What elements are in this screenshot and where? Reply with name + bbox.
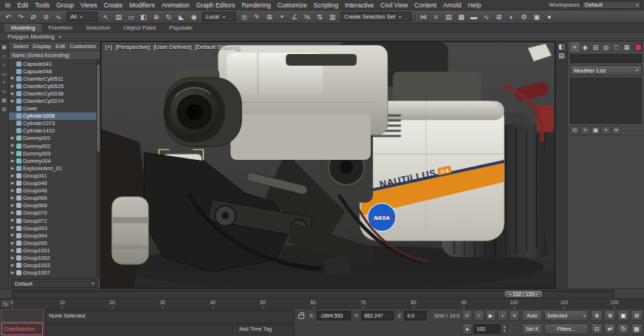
expand-arrow-icon[interactable]: ▶: [10, 136, 15, 141]
show-end-result-icon[interactable]: ≈: [580, 126, 590, 135]
display-spacewarps-toggle-icon[interactable]: ∿: [2, 89, 7, 94]
make-unique-icon[interactable]: ▣: [591, 126, 600, 135]
object-name-field[interactable]: [570, 54, 642, 63]
frame-spinner[interactable]: ▴ ▾: [502, 323, 507, 335]
expand-arrow-icon[interactable]: ▶: [10, 174, 15, 178]
listener-field[interactable]: ClearSelection: [1, 323, 43, 335]
material-editor-icon[interactable]: ◐: [506, 11, 517, 22]
expand-arrow-icon[interactable]: ▶: [10, 92, 15, 96]
angle-snap-icon[interactable]: ∠: [289, 11, 301, 22]
zoom-icon[interactable]: ⊕: [591, 310, 603, 321]
selection-lock-icon[interactable]: [298, 315, 304, 319]
Group068[interactable]: ▶ Group068: [9, 202, 100, 209]
application-menu-icon[interactable]: ▤: [3, 1, 13, 9]
viewport-user-menu[interactable]: [User Defined]: [153, 44, 191, 50]
configure-modifier-sets-icon[interactable]: ≡: [611, 126, 621, 135]
viewport-canvas[interactable]: NAUTILLUS G-9 NASA: [101, 42, 554, 288]
percent-snap-icon[interactable]: %: [301, 11, 313, 22]
spinner-snap-icon[interactable]: ⇅: [314, 11, 326, 22]
motion-tab-icon[interactable]: ◎: [601, 42, 611, 52]
Group1001[interactable]: ▶ Group1001: [9, 246, 100, 254]
explorer-preset-dropdown[interactable]: Default ▾: [11, 279, 98, 288]
Group046[interactable]: ▶ Group046: [9, 180, 100, 187]
menu-item[interactable]: Scripting: [310, 1, 341, 9]
hierarchy-tab-icon[interactable]: ⊟: [591, 42, 600, 52]
add-viewport-layout-icon[interactable]: ▤: [558, 53, 565, 58]
expand-arrow-icon[interactable]: ▶: [10, 256, 15, 261]
auto-key-button[interactable]: Auto: [522, 310, 543, 321]
display-shapes-toggle-icon[interactable]: ◇: [2, 53, 6, 58]
Cover[interactable]: ▶ Cover: [9, 105, 100, 112]
snap-toggle-icon[interactable]: ⌖: [276, 11, 288, 22]
named-selection-set-dropdown[interactable]: Create Selection Set ▾: [341, 12, 412, 21]
ribbon-tab[interactable]: Freeform: [41, 24, 78, 32]
select-object-icon[interactable]: ↖: [100, 11, 112, 22]
render-setup-icon[interactable]: ⚙: [518, 11, 530, 22]
Group066[interactable]: ▶ Group066: [9, 195, 100, 202]
Dummy004[interactable]: ▶ Dummy004: [9, 157, 100, 164]
bind-to-space-warp-icon[interactable]: ∿: [53, 11, 64, 22]
ribbon-tab[interactable]: Modeling: [4, 24, 41, 32]
viewport-pov-menu[interactable]: [Perspective]: [115, 44, 150, 50]
explorer-menu-item[interactable]: Customize: [67, 43, 97, 50]
spin-down-icon[interactable]: ▾: [503, 329, 506, 333]
window-crossing-icon[interactable]: ◧: [138, 11, 150, 22]
align-icon[interactable]: ≡: [430, 11, 442, 22]
Dummy003[interactable]: ▶ Dummy003: [9, 149, 100, 157]
display-helpers-toggle-icon[interactable]: +: [2, 80, 5, 85]
ribbon-tab[interactable]: Populate: [162, 24, 199, 32]
explorer-scrollbar-thumb[interactable]: [97, 64, 100, 152]
z-coordinate-field[interactable]: 0.0: [404, 311, 426, 320]
zoom-region-icon[interactable]: ⊡: [591, 323, 603, 335]
Group048[interactable]: ▶ Group048: [9, 187, 100, 195]
rendered-frame-window-icon[interactable]: ▣: [531, 11, 543, 22]
Dummy002[interactable]: ▶ Dummy002: [9, 142, 100, 149]
workspace-selector[interactable]: Default ▾: [582, 1, 641, 9]
modifier-stack-list[interactable]: [570, 78, 642, 124]
mirror-icon[interactable]: ⋈: [417, 11, 429, 22]
Group093[interactable]: ▶ Group093: [9, 224, 100, 232]
explorer-menu-item[interactable]: Edit: [53, 43, 67, 50]
select-by-name-icon[interactable]: ▤: [113, 11, 124, 22]
expand-arrow-icon[interactable]: ▶: [10, 189, 15, 193]
unlink-selection-icon[interactable]: ⊘: [40, 11, 52, 22]
expand-arrow-icon[interactable]: ▶: [10, 84, 15, 89]
menu-item[interactable]: Customize: [274, 1, 310, 9]
menu-item[interactable]: Views: [77, 1, 101, 9]
Capsule041[interactable]: ▶ Capsule041: [9, 60, 100, 67]
previous-frame-button[interactable]: ‹: [474, 310, 484, 321]
Cylinder1008[interactable]: ▶ Cylinder1008: [9, 112, 100, 120]
expand-arrow-icon[interactable]: ▶: [10, 233, 15, 238]
select-and-move-icon[interactable]: ⊕: [150, 11, 162, 22]
render-production-icon[interactable]: ●: [543, 11, 555, 22]
Group072[interactable]: ▶ Group072: [9, 217, 100, 224]
expand-arrow-icon[interactable]: ▶: [10, 218, 15, 223]
curve-editor-icon[interactable]: ∿: [480, 11, 492, 22]
toggle-layer-explorer-icon[interactable]: ▦: [455, 11, 467, 22]
expand-arrow-icon[interactable]: ▶: [10, 241, 15, 246]
play-button[interactable]: ▶: [486, 310, 496, 321]
menu-item[interactable]: Modifiers: [126, 1, 158, 9]
menu-item[interactable]: Tools: [32, 1, 53, 9]
menu-item[interactable]: Rendering: [238, 1, 274, 9]
menu-item[interactable]: Animation: [158, 1, 193, 9]
display-lights-toggle-icon[interactable]: ☼: [1, 62, 6, 67]
use-pivot-point-center-icon[interactable]: ◎: [238, 11, 250, 22]
menu-item[interactable]: Edit: [14, 1, 32, 9]
select-and-link-icon[interactable]: ⇄: [27, 11, 39, 22]
add-time-tag-field[interactable]: Add Time Tag: [235, 323, 295, 335]
Group095[interactable]: ▶ Group095: [9, 239, 100, 246]
x-coordinate-field[interactable]: -1694.553: [317, 311, 351, 320]
perspective-viewport[interactable]: [+] [Perspective] [User Defined] [Defaul…: [101, 41, 555, 289]
ChamferCyl2038[interactable]: ▶ ChamferCyl2038: [9, 90, 100, 97]
explorer-scrollbar[interactable]: [96, 60, 100, 278]
expand-arrow-icon[interactable]: ▶: [10, 211, 15, 215]
menu-item[interactable]: Interactive: [341, 1, 377, 9]
name-column-header[interactable]: Name (Sorted Ascending): [9, 51, 100, 60]
Dummy001[interactable]: ▶ Dummy001: [9, 135, 100, 142]
zoom-extents-icon[interactable]: ▣: [617, 310, 629, 321]
menu-item[interactable]: Graph Editors: [192, 1, 238, 9]
Group070[interactable]: ▶ Group070: [9, 209, 100, 217]
reference-coordinate-system-dropdown[interactable]: Local ▾: [202, 12, 236, 21]
modifier-list-dropdown[interactable]: Modifier List ▾: [570, 65, 642, 75]
